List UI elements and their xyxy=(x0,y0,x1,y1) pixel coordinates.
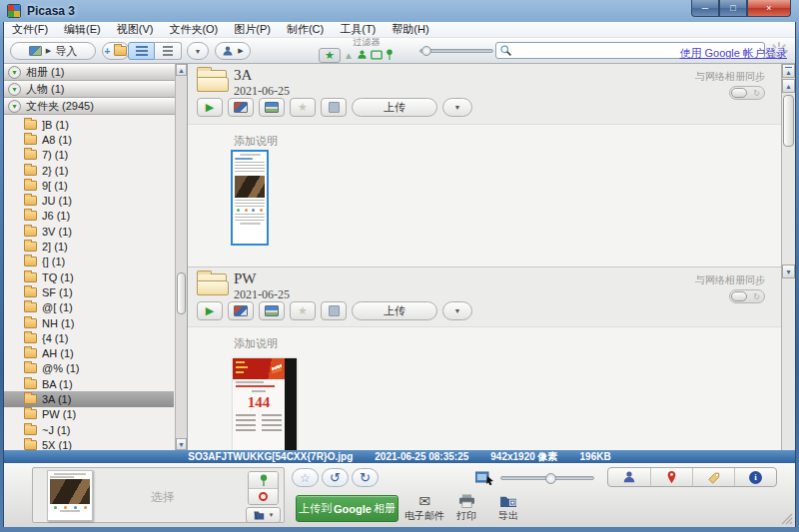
hold-selection-button[interactable] xyxy=(249,472,278,488)
video-filter-button[interactable] xyxy=(371,50,383,62)
folder-item[interactable]: 5X (1) xyxy=(4,437,174,450)
sidebar-section-people[interactable]: ▼ 人物 (1) xyxy=(4,81,187,98)
zoom-slider[interactable] xyxy=(500,476,594,480)
menu-item[interactable]: 制作(C) xyxy=(287,22,324,37)
sidebar-scrollbar[interactable]: ▲ ▼ xyxy=(175,64,187,450)
flat-view-button[interactable] xyxy=(128,42,155,60)
minimize-button[interactable]: ─ xyxy=(691,0,719,17)
scroll-up-button[interactable]: ▲ xyxy=(782,79,795,93)
caption-field[interactable]: 添加说明 xyxy=(234,336,278,351)
menu-item[interactable]: 视图(V) xyxy=(117,22,154,37)
menu-item[interactable]: 编辑(E) xyxy=(64,22,101,37)
rotate-left-button[interactable]: ↺ xyxy=(322,468,349,487)
collapse-icon[interactable]: ▼ xyxy=(8,66,21,79)
upload-dropdown-button[interactable]: ▼ xyxy=(442,98,472,117)
selected-photo-preview[interactable] xyxy=(47,470,93,521)
folder-item[interactable]: BA (1) xyxy=(4,376,174,391)
folder-item[interactable]: ~J (1) xyxy=(4,422,174,437)
collage-button[interactable] xyxy=(228,98,254,117)
caption-field[interactable]: 添加说明 xyxy=(234,134,278,149)
movie-button[interactable] xyxy=(259,98,285,117)
sync-toggle[interactable]: ↻ xyxy=(729,289,765,303)
add-album-button[interactable]: + xyxy=(102,42,130,60)
slider-knob[interactable] xyxy=(421,46,431,56)
upload-dropdown-button[interactable]: ▼ xyxy=(442,301,472,320)
collapse-icon[interactable]: ▼ xyxy=(8,83,21,96)
geotag-filter-button[interactable] xyxy=(386,49,394,62)
folder-item[interactable]: JU (1) xyxy=(4,193,174,208)
folder-item[interactable]: SF (1) xyxy=(4,284,174,299)
rotate-right-button[interactable]: ↻ xyxy=(352,468,379,487)
sync-toggle[interactable]: ↻ xyxy=(729,86,765,100)
upload-to-google-button[interactable]: 上传到 Google 相册 xyxy=(296,495,399,522)
upload-button[interactable]: 上传 xyxy=(352,301,437,320)
google-signin-link[interactable]: 使用 Google 帐户登录 xyxy=(679,46,787,61)
folder-item[interactable]: NH (1) xyxy=(4,315,174,330)
star-photo-button[interactable]: ☆ xyxy=(292,468,319,487)
photo-thumbnail-selected[interactable] xyxy=(231,150,269,246)
star-button[interactable]: ★ xyxy=(290,301,316,320)
folder-item[interactable]: ]B (1) xyxy=(4,117,174,132)
folder-item[interactable]: PW (1) xyxy=(4,407,174,422)
movie-button[interactable] xyxy=(259,301,285,320)
scroll-down-button[interactable]: ▼ xyxy=(176,438,187,450)
slideshow-button[interactable]: ▶ xyxy=(197,98,223,117)
main-scrollbar[interactable]: ▲ ▲ ▼ xyxy=(781,64,795,450)
folder-item[interactable]: @[ (1) xyxy=(4,300,174,315)
faces-filter-button[interactable] xyxy=(357,49,368,62)
folder-item[interactable]: @% (1) xyxy=(4,361,174,376)
starred-filter-button[interactable]: ★ xyxy=(319,48,341,63)
folder-item[interactable]: J6 (1) xyxy=(4,209,174,224)
export-button[interactable]: 导出 xyxy=(487,493,529,523)
slideshow-button[interactable]: ▶ xyxy=(197,301,223,320)
photo-thumbnail[interactable]: 144 xyxy=(233,358,297,450)
menu-item[interactable]: 文件(F) xyxy=(12,22,48,37)
scroll-to-top-button[interactable]: ▲ xyxy=(782,64,795,78)
save-button[interactable] xyxy=(321,301,347,320)
tree-view-button[interactable] xyxy=(155,42,182,60)
show-tags-button[interactable] xyxy=(692,468,734,486)
folder-item[interactable]: AH (1) xyxy=(4,345,174,360)
menu-item[interactable]: 图片(P) xyxy=(234,22,271,37)
import-button[interactable]: ▶ 导入 xyxy=(10,42,96,60)
menu-item[interactable]: 工具(T) xyxy=(340,22,376,37)
uploaded-filter-button[interactable]: ▲ xyxy=(344,51,354,61)
email-button[interactable]: ✉ 电子邮件 xyxy=(401,493,447,523)
thumbnail-size-slider[interactable] xyxy=(419,49,493,53)
album-title[interactable]: 3A xyxy=(234,67,252,84)
maximize-button[interactable]: □ xyxy=(719,0,747,17)
upload-button[interactable]: 上传 xyxy=(352,98,437,117)
people-button[interactable]: ▶ xyxy=(215,42,251,60)
sidebar-section-albums[interactable]: ▼ 相册 (1) xyxy=(4,64,187,81)
clear-selection-button[interactable] xyxy=(249,488,278,504)
close-button[interactable]: × xyxy=(747,0,791,17)
album-title[interactable]: PW xyxy=(234,270,257,287)
folder-item[interactable]: 2} (1) xyxy=(4,163,174,178)
add-to-album-button[interactable]: ▼ xyxy=(246,507,281,523)
star-button[interactable]: ★ xyxy=(290,98,316,117)
scrollbar-thumb[interactable] xyxy=(177,272,186,314)
print-button[interactable]: 打印 xyxy=(446,493,486,523)
collage-button[interactable] xyxy=(228,301,254,320)
show-places-button[interactable] xyxy=(650,468,692,486)
folder-item[interactable]: 3V (1) xyxy=(4,224,174,239)
folder-item[interactable]: 7) (1) xyxy=(4,148,174,163)
collapse-icon[interactable]: ▼ xyxy=(8,100,21,113)
folder-item[interactable]: {4 (1) xyxy=(4,330,174,345)
folder-item[interactable]: 9[ (1) xyxy=(4,178,174,193)
menu-item[interactable]: 帮助(H) xyxy=(392,22,428,37)
save-button[interactable] xyxy=(321,98,347,117)
folder-item[interactable]: 3A (1) xyxy=(4,391,174,406)
show-people-button[interactable] xyxy=(608,468,650,486)
sidebar-section-folders[interactable]: ▼ 文件夹 (2945) xyxy=(4,98,187,115)
view-dropdown-button[interactable]: ▼ xyxy=(187,42,209,60)
zoom-slider-knob[interactable] xyxy=(545,473,556,484)
folder-item[interactable]: TQ (1) xyxy=(4,269,174,284)
show-properties-button[interactable]: i xyxy=(734,468,776,486)
scrollbar-thumb[interactable] xyxy=(783,95,794,147)
scroll-down-button[interactable]: ▼ xyxy=(782,265,795,278)
scroll-up-button[interactable]: ▲ xyxy=(176,64,187,76)
folder-item[interactable]: {] (1) xyxy=(4,255,174,269)
folder-item[interactable]: A8 (1) xyxy=(4,132,174,147)
resize-grip[interactable] xyxy=(779,511,793,525)
